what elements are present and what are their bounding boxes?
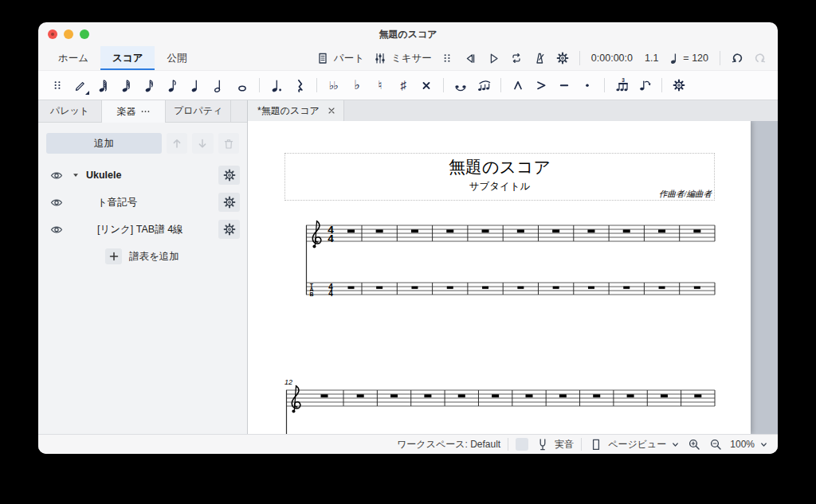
notation-systems[interactable]: 44TAB4412 (248, 121, 751, 434)
close-tab-icon[interactable] (327, 106, 336, 115)
tab-properties[interactable]: プロパティ (166, 100, 231, 122)
playback-drag-handle[interactable] (437, 48, 458, 68)
tab-publish[interactable]: 公開 (155, 46, 198, 70)
score-page[interactable]: 無題のスコア サブタイトル 作曲者/編曲者 44TAB4412 (248, 121, 751, 434)
instrument-row-ukulele[interactable]: Ukulele (38, 162, 247, 189)
midi-input-indicator[interactable] (516, 438, 528, 451)
drag-handle-icon (441, 51, 454, 65)
note-input-button[interactable] (69, 74, 92, 97)
instruments-menu-icon[interactable] (140, 107, 151, 115)
move-up-button[interactable] (167, 133, 187, 154)
redo-button[interactable] (749, 48, 771, 68)
augmentation-dot-button[interactable] (265, 74, 288, 97)
slur-icon (477, 78, 491, 92)
natural-icon: ♮ (373, 78, 387, 92)
loop-playback-button[interactable] (505, 48, 528, 68)
playback-settings-button[interactable] (551, 48, 574, 68)
chevron-down-icon (671, 440, 680, 449)
zoom-in-button[interactable] (687, 437, 701, 451)
playback-toolbar: パートミキサー0:00:00:01.1= 120 (312, 46, 771, 70)
tab-palettes[interactable]: パレット (38, 100, 102, 122)
flat-button[interactable]: ♭ (346, 74, 368, 97)
score-canvas[interactable]: 無題のスコア サブタイトル 作曲者/編曲者 44TAB4412 (248, 121, 778, 434)
view-mode-label: ページビュー (608, 438, 666, 451)
svg-text:12: 12 (284, 378, 292, 386)
marcato-button[interactable] (507, 74, 529, 97)
rest-button[interactable] (288, 74, 311, 97)
note-64th-icon (96, 78, 111, 92)
move-down-button[interactable] (192, 133, 213, 154)
staff-settings-button[interactable] (218, 220, 240, 239)
parts-button[interactable]: パート (312, 48, 368, 68)
svg-text:♯: ♯ (400, 78, 406, 92)
concert-pitch-toggle[interactable]: 実音 (536, 437, 574, 451)
staff-name: ト音記号 (97, 196, 137, 209)
add-staff-button[interactable]: 譜表を追加 (38, 243, 247, 270)
note-64th-button[interactable] (92, 74, 115, 97)
mixer-button[interactable]: ミキサー (369, 48, 436, 68)
delete-button[interactable] (218, 133, 239, 154)
note-toolbar-drag-handle[interactable] (46, 74, 69, 97)
instrument-settings-button[interactable] (218, 166, 240, 185)
note-half-button[interactable] (208, 74, 230, 97)
staccato-button[interactable] (576, 74, 598, 97)
svg-text:3: 3 (622, 78, 625, 83)
staff-row-tab[interactable]: [リンク] TAB譜 4線 (38, 216, 247, 243)
separator (259, 78, 260, 92)
sharp-button[interactable]: ♯ (392, 74, 414, 97)
separator (581, 438, 582, 451)
staccato-icon (580, 78, 594, 92)
score-document-tab[interactable]: *無題のスコア (248, 100, 344, 121)
note-whole-button[interactable] (231, 74, 253, 97)
slur-button[interactable] (473, 74, 495, 97)
play-button[interactable] (482, 48, 504, 68)
tab-properties-label: プロパティ (174, 104, 222, 118)
view-mode-selector[interactable]: ページビュー (589, 437, 680, 451)
separator (443, 78, 444, 92)
instrument-name: Ukulele (86, 170, 121, 181)
staff-row-treble[interactable]: ト音記号 (38, 189, 247, 216)
note-8th-icon (166, 78, 180, 92)
note-quarter-button[interactable] (185, 74, 207, 97)
note-8th-button[interactable] (162, 74, 184, 97)
undo-icon (730, 51, 744, 65)
metronome-button[interactable] (528, 48, 551, 68)
note-16th-button[interactable] (139, 74, 161, 97)
rewind-button[interactable] (459, 48, 481, 68)
left-panel: パレット 楽器 プロパティ 追加 Ukulele (38, 100, 248, 434)
expand-triangle-icon[interactable] (70, 170, 81, 181)
zoom-out-button[interactable] (708, 437, 723, 451)
status-bar: ワークスペース: Default 実音 ページビュー 100% (38, 434, 778, 454)
visibility-eye-icon[interactable] (49, 195, 64, 209)
separator (500, 78, 501, 92)
tab-home[interactable]: ホーム (46, 46, 100, 70)
add-instrument-button[interactable]: 追加 (46, 133, 162, 154)
double-flat-icon: ♭♭ (327, 78, 341, 92)
tab-instruments[interactable]: 楽器 (102, 100, 166, 123)
undo-button[interactable] (726, 48, 748, 68)
flip-direction-button[interactable] (634, 74, 656, 97)
tab-score[interactable]: スコア (100, 46, 155, 70)
tie-button[interactable] (449, 74, 472, 97)
visibility-eye-icon[interactable] (49, 222, 64, 236)
zoom-level-selector[interactable]: 100% (730, 439, 768, 450)
staff-settings-button[interactable] (218, 193, 240, 212)
natural-button[interactable]: ♮ (369, 74, 391, 97)
tuplet-button[interactable]: 3 (610, 74, 633, 97)
accent-button[interactable] (530, 74, 552, 97)
svg-text:♭: ♭ (333, 79, 339, 92)
mixer-button-text: ミキサー (391, 52, 432, 65)
separator (579, 51, 580, 65)
note-32nd-button[interactable] (116, 74, 138, 97)
gear-icon (672, 78, 686, 92)
workspace-selector[interactable]: ワークスペース: Default (397, 438, 500, 451)
title-bar: 無題のスコア (38, 22, 778, 46)
up-arrow-icon (170, 136, 184, 150)
visibility-eye-icon[interactable] (49, 168, 64, 182)
chevron-down-icon (759, 440, 768, 449)
double-sharp-button[interactable] (415, 74, 437, 97)
customize-toolbar-button[interactable] (668, 74, 690, 97)
tenuto-button[interactable] (553, 74, 575, 97)
note-input-toolbar: ♭♭♭♮♯3 (38, 70, 778, 100)
double-flat-button[interactable]: ♭♭ (323, 74, 345, 97)
